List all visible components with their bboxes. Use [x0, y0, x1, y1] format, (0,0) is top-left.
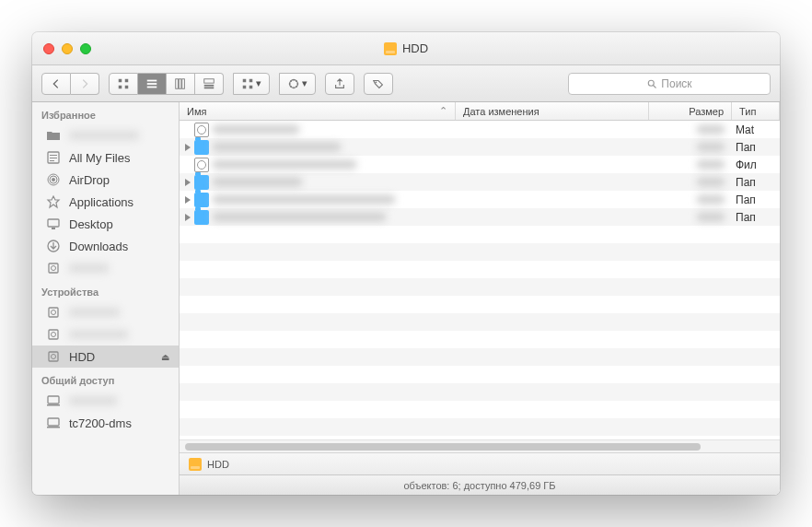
disclosure-triangle[interactable] — [185, 144, 191, 151]
col-size[interactable]: Размер — [649, 102, 732, 120]
svg-rect-12 — [204, 87, 215, 88]
file-size — [697, 125, 725, 134]
file-list[interactable]: MatПапФилПапПапПап — [180, 121, 780, 439]
sidebar-item[interactable]: tc7200-dms — [32, 412, 179, 434]
svg-rect-7 — [176, 78, 179, 88]
sidebar-item[interactable]: Applications — [32, 191, 179, 213]
path-bar[interactable]: HDD — [180, 452, 780, 474]
empty-row — [180, 418, 780, 436]
folder-icon — [194, 140, 209, 155]
empty-row — [180, 366, 780, 383]
empty-row — [180, 261, 780, 278]
svg-rect-23 — [50, 160, 54, 161]
file-name — [213, 213, 386, 221]
sidebar-item[interactable] — [32, 124, 179, 146]
finder-window: HDD ▾ ▾ Поиск ИзбранноеAll My FilesAirDr… — [32, 32, 780, 495]
file-type: Mat — [732, 123, 780, 136]
file-size — [697, 195, 725, 204]
sidebar-item-label: HDD — [69, 350, 95, 364]
sidebar-item-label: Applications — [69, 195, 133, 209]
file-row[interactable]: Пап — [180, 208, 780, 226]
share-button[interactable] — [325, 73, 354, 95]
action-group: ▾ — [279, 73, 316, 95]
traffic-lights — [32, 43, 91, 54]
window-title: HDD — [32, 41, 780, 55]
sidebar-item-label: Downloads — [69, 240, 128, 253]
desktop-icon — [45, 216, 62, 232]
col-date[interactable]: Дата изменения — [456, 102, 649, 120]
svg-point-35 — [52, 333, 56, 337]
sidebar-item[interactable]: HDD⏏ — [32, 345, 179, 368]
disclosure-triangle[interactable] — [185, 179, 191, 186]
icon-view-button[interactable] — [109, 73, 138, 95]
svg-rect-36 — [49, 352, 58, 361]
disclosure-triangle[interactable] — [185, 214, 191, 221]
svg-rect-30 — [49, 264, 58, 273]
list-view-button[interactable] — [138, 73, 167, 95]
file-type: Пап — [732, 211, 780, 224]
airdrop-icon — [45, 171, 62, 188]
downloads-icon — [45, 238, 62, 254]
arrange-group: ▾ — [233, 73, 270, 95]
svg-rect-39 — [47, 404, 60, 406]
sidebar-section-header: Избранное — [32, 102, 179, 124]
computer-icon — [45, 392, 62, 409]
file-row[interactable]: Пап — [180, 173, 780, 191]
action-button[interactable]: ▾ — [279, 73, 316, 95]
folder-icon — [194, 175, 209, 190]
svg-rect-22 — [50, 158, 57, 158]
svg-point-33 — [52, 310, 56, 315]
sidebar-item[interactable]: Desktop — [32, 213, 179, 235]
zoom-button[interactable] — [80, 43, 91, 54]
svg-rect-32 — [49, 308, 58, 317]
column-view-button[interactable] — [167, 73, 195, 95]
file-row[interactable]: Фил — [180, 156, 780, 173]
sidebar-item[interactable] — [32, 257, 179, 279]
svg-rect-3 — [125, 85, 129, 88]
close-button[interactable] — [43, 43, 54, 54]
computer-icon — [45, 415, 62, 431]
svg-rect-1 — [125, 78, 129, 82]
disk-icon — [194, 158, 209, 172]
scroll-thumb[interactable] — [185, 443, 701, 451]
svg-rect-28 — [52, 228, 55, 229]
svg-rect-34 — [49, 330, 58, 339]
disk-icon — [194, 123, 209, 137]
svg-rect-21 — [50, 155, 57, 156]
coverflow-view-button[interactable] — [195, 73, 224, 95]
arrange-button[interactable]: ▾ — [233, 73, 270, 95]
body: ИзбранноеAll My FilesAirDropApplications… — [32, 102, 780, 495]
sidebar-item-label — [69, 264, 109, 273]
eject-icon[interactable]: ⏏ — [161, 352, 169, 362]
sidebar-item[interactable] — [32, 323, 179, 345]
sidebar-item[interactable]: AirDrop — [32, 169, 179, 191]
allfiles-icon — [45, 149, 62, 166]
file-row[interactable]: Mat — [180, 121, 780, 138]
file-name — [213, 125, 299, 134]
minimize-button[interactable] — [62, 43, 73, 54]
svg-rect-15 — [243, 85, 247, 88]
tags-button[interactable] — [364, 73, 393, 95]
file-type: Фил — [732, 158, 780, 171]
sidebar-item-label: Desktop — [69, 217, 113, 231]
col-name[interactable]: Имя⌃ — [180, 102, 456, 120]
sidebar-item[interactable] — [32, 301, 179, 323]
h-scrollbar[interactable] — [180, 439, 780, 452]
svg-rect-6 — [147, 86, 157, 88]
disclosure-triangle[interactable] — [185, 196, 191, 204]
search-field[interactable]: Поиск — [568, 73, 771, 95]
folder-icon — [45, 127, 62, 144]
sidebar[interactable]: ИзбранноеAll My FilesAirDropApplications… — [32, 102, 180, 495]
file-row[interactable]: Пап — [180, 191, 780, 208]
folder-icon — [194, 193, 209, 207]
forward-button[interactable] — [71, 73, 99, 95]
back-button[interactable] — [41, 73, 71, 95]
svg-point-37 — [52, 355, 56, 359]
sidebar-item[interactable]: Downloads — [32, 235, 179, 257]
col-type[interactable]: Тип — [732, 102, 780, 120]
sidebar-item[interactable]: All My Files — [32, 146, 179, 169]
svg-rect-8 — [179, 78, 181, 88]
sidebar-item-label: tc7200-dms — [69, 416, 132, 430]
file-row[interactable]: Пап — [180, 138, 780, 156]
sidebar-item[interactable] — [32, 390, 179, 412]
